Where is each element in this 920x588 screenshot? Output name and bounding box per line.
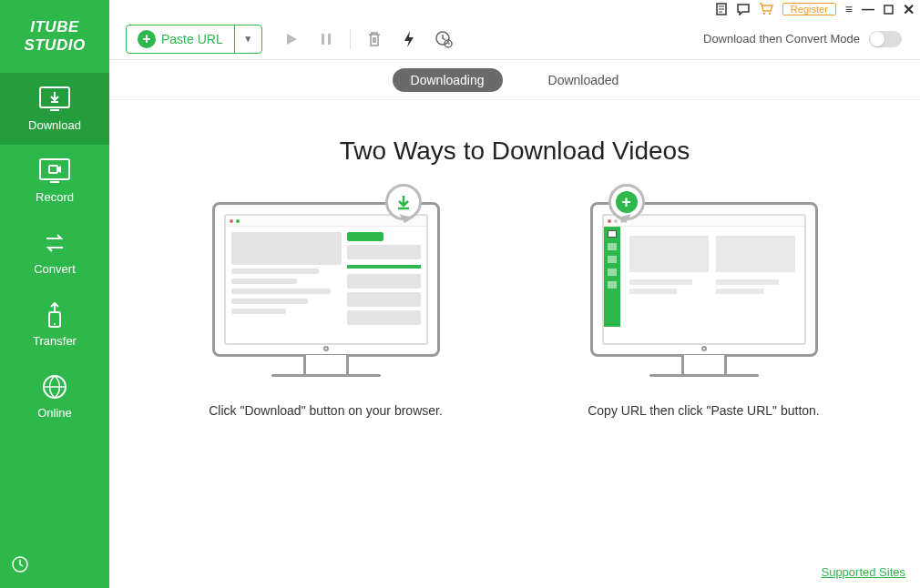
svg-rect-13 [322,34,324,45]
plus-callout: + [608,184,645,220]
online-icon [38,373,71,400]
svg-rect-12 [884,5,893,14]
sidebar: ITUBE STUDIO Download Record Convert Tra… [0,0,109,588]
cart-icon[interactable] [759,3,773,15]
sidebar-item-label: Record [36,190,74,204]
convert-mode-label: Download then Convert Mode [703,32,860,46]
svg-point-10 [763,13,765,15]
svg-rect-14 [328,34,331,45]
convert-mode-toggle[interactable] [869,31,902,47]
minimize-button[interactable]: — [862,2,874,16]
download-icon [38,86,71,113]
svg-point-11 [769,13,771,15]
tab-downloaded[interactable]: Downloaded [530,68,638,92]
turbo-button[interactable] [394,25,424,54]
register-button[interactable]: Register [782,3,836,15]
convert-icon [38,229,71,257]
sidebar-item-online[interactable]: Online [0,360,109,432]
history-button[interactable] [0,544,109,588]
method2-caption: Copy URL then click "Paste URL" button. [588,402,820,421]
svg-point-6 [54,323,56,325]
toolbar: + Paste URL ▼ Downlo [109,18,920,60]
download-arrow-callout [385,184,422,220]
play-button[interactable] [277,25,306,54]
sidebar-item-convert[interactable]: Convert [0,217,109,289]
tabs: Downloading Downloaded [109,60,920,100]
svg-rect-4 [49,166,57,173]
sidebar-item-download[interactable]: Download [0,73,109,145]
notes-icon[interactable] [715,3,728,15]
svg-rect-3 [50,181,59,183]
close-button[interactable]: ✕ [903,1,915,18]
transfer-icon [38,301,71,329]
pause-button[interactable] [312,25,341,54]
sidebar-item-transfer[interactable]: Transfer [0,289,109,360]
page-title: Two Ways to Download Videos [137,137,893,166]
titlebar: Register ≡ — ✕ [109,0,920,18]
feedback-icon[interactable] [737,3,750,15]
svg-rect-2 [40,159,69,179]
sidebar-item-label: Convert [34,262,76,276]
tab-downloading[interactable]: Downloading [393,68,503,92]
svg-rect-1 [50,109,59,111]
record-icon [38,157,71,185]
app-logo: ITUBE STUDIO [0,0,109,73]
sidebar-item-record[interactable]: Record [0,145,109,217]
paste-url-label: Paste URL [161,32,223,46]
sidebar-item-label: Online [37,406,72,420]
plus-icon: + [138,30,156,48]
sidebar-item-label: Transfer [33,334,77,348]
clock-icon [11,555,29,573]
menu-icon[interactable]: ≡ [845,2,853,16]
method-paste-url: + [549,202,859,421]
supported-sites-link[interactable]: Supported Sites [821,565,905,579]
paste-url-dropdown[interactable]: ▼ [234,25,261,53]
method-browser-download: Click "Download" button on your browser. [171,202,481,421]
content-area: Two Ways to Download Videos [109,100,920,588]
schedule-button[interactable] [429,25,458,54]
paste-url-button[interactable]: + Paste URL [127,25,234,53]
method1-caption: Click "Download" button on your browser. [209,402,443,421]
sidebar-item-label: Download [28,118,81,132]
delete-button[interactable] [360,25,389,54]
maximize-button[interactable] [884,5,894,15]
